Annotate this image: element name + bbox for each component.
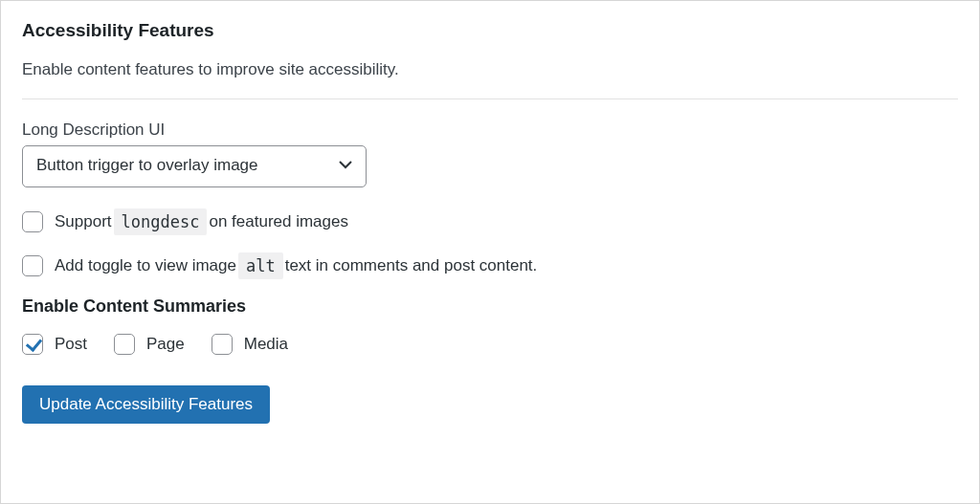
text-fragment: on featured images <box>209 211 348 232</box>
summary-media-checkbox[interactable] <box>212 334 233 355</box>
content-summaries-group: PostPageMedia <box>22 334 958 359</box>
content-summaries-heading: Enable Content Summaries <box>22 296 958 317</box>
summary-media-label: Media <box>244 334 288 355</box>
summary-page-checkbox[interactable] <box>114 334 135 355</box>
code-fragment: alt <box>238 252 283 279</box>
alt-toggle-label: Add toggle to view image alt text in com… <box>55 252 537 279</box>
accessibility-panel: Accessibility Features Enable content fe… <box>0 0 980 504</box>
panel-description: Enable content features to improve site … <box>22 60 958 79</box>
text-fragment: Support <box>55 211 112 232</box>
summary-post-label: Post <box>55 334 87 355</box>
longdesc-ui-select-wrapper: Button trigger to overlay image <box>22 145 367 187</box>
divider <box>22 99 958 99</box>
alt-toggle-row: Add toggle to view image alt text in com… <box>22 252 958 279</box>
longdesc-featured-row: Support longdesc on featured images <box>22 208 958 235</box>
summary-post-checkbox[interactable] <box>22 334 43 355</box>
summary-page-label: Page <box>146 334 185 355</box>
text-fragment: Add toggle to view image <box>55 255 236 276</box>
update-accessibility-button[interactable]: Update Accessibility Features <box>22 385 270 424</box>
summary-item-page: Page <box>114 334 185 355</box>
longdesc-featured-checkbox[interactable] <box>22 211 43 232</box>
summary-item-media: Media <box>212 334 288 355</box>
summary-item-post: Post <box>22 334 87 355</box>
alt-toggle-checkbox[interactable] <box>22 255 43 276</box>
text-fragment: text in comments and post content. <box>285 255 538 276</box>
longdesc-featured-label: Support longdesc on featured images <box>55 208 348 235</box>
code-fragment: longdesc <box>114 208 208 235</box>
panel-title: Accessibility Features <box>22 20 958 41</box>
longdesc-ui-select[interactable]: Button trigger to overlay image <box>22 145 367 187</box>
longdesc-ui-label: Long Description UI <box>22 121 958 140</box>
